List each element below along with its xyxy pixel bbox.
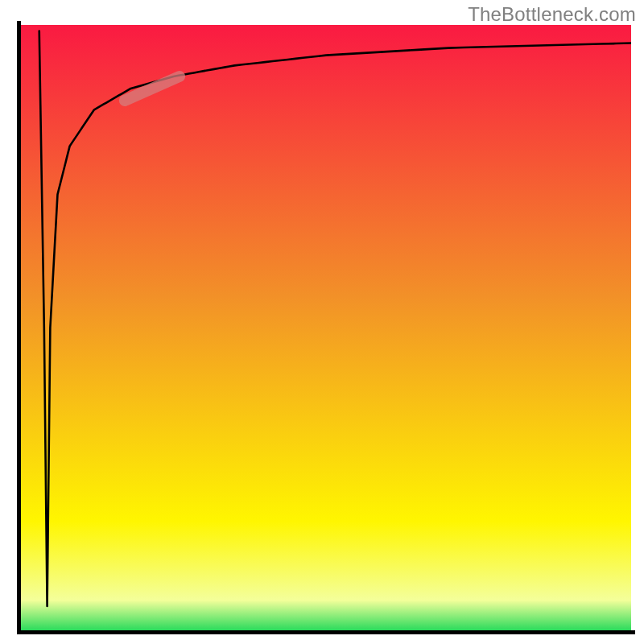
- frame-bottom-axis: [17, 630, 635, 634]
- frame-left-axis: [17, 21, 21, 634]
- watermark-text: TheBottleneck.com: [468, 3, 636, 26]
- plot-background: [21, 25, 631, 630]
- bottleneck-chart: TheBottleneck.com: [0, 0, 644, 644]
- chart-svg: [0, 0, 644, 644]
